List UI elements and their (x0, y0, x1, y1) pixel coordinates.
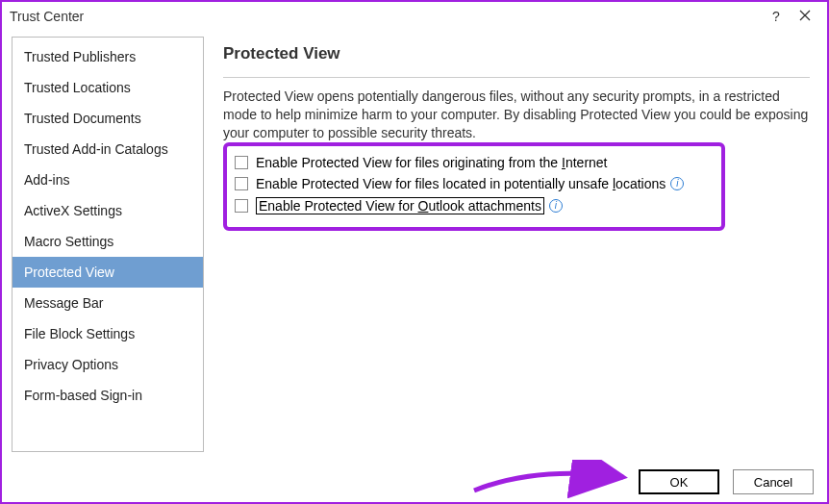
option-outlook-attachments-checkbox[interactable] (235, 199, 248, 213)
sidebar-item-activex-settings[interactable]: ActiveX Settings (13, 195, 203, 226)
annotation-arrow (469, 460, 642, 498)
option-unsafe-locations[interactable]: Enable Protected View for files located … (235, 173, 714, 194)
option-unsafe-locations-checkbox[interactable] (235, 177, 248, 190)
sidebar-item-add-ins[interactable]: Add-ins (13, 164, 203, 195)
help-button[interactable]: ? (762, 9, 791, 24)
option-unsafe-locations-label: Enable Protected View for files located … (256, 176, 666, 191)
sidebar-item-trusted-locations[interactable]: Trusted Locations (13, 72, 203, 103)
sidebar-item-privacy-options[interactable]: Privacy Options (13, 349, 203, 380)
close-button[interactable] (791, 9, 819, 24)
sidebar-item-message-bar[interactable]: Message Bar (13, 288, 203, 318)
sidebar-item-protected-view[interactable]: Protected View (13, 257, 203, 288)
cancel-button[interactable]: Cancel (733, 469, 814, 494)
titlebar: Trust Center ? (2, 2, 827, 31)
option-outlook-attachments[interactable]: Enable Protected View for Outlook attach… (235, 194, 714, 217)
main-panel: Protected View Protected View opens pote… (204, 37, 817, 452)
info-icon[interactable]: i (670, 177, 684, 190)
sidebar-item-trusted-publishers[interactable]: Trusted Publishers (13, 41, 203, 72)
dialog-footer: OK Cancel (639, 469, 814, 494)
ok-button[interactable]: OK (639, 469, 719, 494)
sidebar: Trusted PublishersTrusted LocationsTrust… (12, 37, 204, 452)
dialog-title: Trust Center (10, 9, 762, 24)
option-internet-checkbox[interactable] (235, 156, 248, 169)
trust-center-dialog: Trust Center ? Trusted PublishersTrusted… (0, 0, 829, 504)
sidebar-item-macro-settings[interactable]: Macro Settings (13, 226, 203, 257)
info-icon[interactable]: i (549, 199, 563, 213)
sidebar-item-file-block-settings[interactable]: File Block Settings (13, 318, 203, 349)
sidebar-item-form-based-sign-in[interactable]: Form-based Sign-in (13, 380, 203, 411)
option-outlook-attachments-label: Enable Protected View for Outlook attach… (256, 197, 544, 214)
sidebar-item-trusted-documents[interactable]: Trusted Documents (13, 103, 203, 134)
option-internet-label: Enable Protected View for files originat… (256, 155, 608, 170)
options-highlight: Enable Protected View for files originat… (223, 142, 725, 231)
sidebar-item-trusted-add-in-catalogs[interactable]: Trusted Add-in Catalogs (13, 134, 203, 164)
divider (223, 77, 810, 78)
option-internet[interactable]: Enable Protected View for files originat… (235, 152, 714, 173)
panel-heading: Protected View (223, 44, 810, 63)
panel-description: Protected View opens potentially dangero… (223, 88, 810, 142)
